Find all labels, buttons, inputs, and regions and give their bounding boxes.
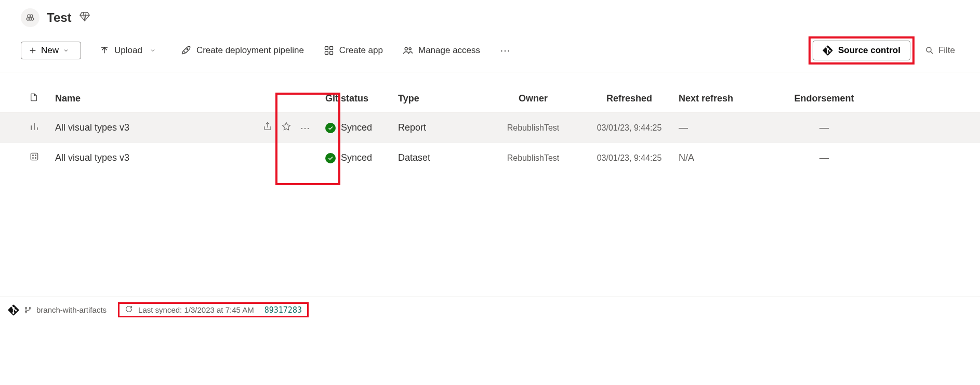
source-control-label: Source control bbox=[838, 45, 900, 56]
table-row[interactable]: All visual types v3 ⋯ Synced Report Rebu… bbox=[0, 113, 980, 143]
branch-icon bbox=[24, 306, 32, 314]
svg-point-20 bbox=[25, 311, 27, 313]
svg-point-18 bbox=[25, 307, 27, 309]
rocket-icon bbox=[181, 45, 191, 56]
header-name[interactable]: Name bbox=[55, 93, 263, 104]
status-git-icon bbox=[3, 304, 24, 316]
sync-icon[interactable] bbox=[125, 305, 133, 315]
workspace-title: Test bbox=[47, 10, 72, 25]
header-owner[interactable]: Owner bbox=[486, 93, 580, 104]
workspace-icon bbox=[21, 8, 39, 27]
header-git-status[interactable]: Git status bbox=[325, 93, 398, 104]
git-status-text: Synced bbox=[341, 152, 372, 163]
app-grid-icon bbox=[324, 45, 334, 56]
file-icon bbox=[29, 92, 38, 102]
share-icon[interactable] bbox=[263, 122, 272, 134]
endorsement-cell: — bbox=[783, 122, 866, 133]
git-status-text: Synced bbox=[341, 122, 372, 133]
svg-point-14 bbox=[33, 155, 34, 156]
create-deployment-pipeline-button[interactable]: Create deployment pipeline bbox=[181, 45, 304, 56]
manage-access-label: Manage access bbox=[418, 45, 480, 56]
star-icon[interactable] bbox=[282, 122, 291, 134]
people-icon bbox=[403, 45, 413, 56]
owner-cell: RebublishTest bbox=[486, 153, 580, 163]
upload-label: Upload bbox=[114, 45, 142, 56]
dataset-icon bbox=[29, 151, 55, 164]
svg-point-19 bbox=[29, 307, 31, 309]
item-name: All visual types v3 bbox=[55, 152, 263, 163]
more-options-button[interactable]: ⋯ bbox=[500, 44, 511, 57]
report-icon bbox=[29, 121, 55, 134]
svg-rect-7 bbox=[330, 47, 333, 50]
svg-rect-13 bbox=[31, 153, 37, 160]
table-header-row: Name Git status Type Owner Refreshed Nex… bbox=[0, 92, 980, 113]
header-endorsement[interactable]: Endorsement bbox=[783, 93, 866, 104]
svg-rect-8 bbox=[325, 52, 328, 55]
chevron-down-icon bbox=[63, 47, 69, 54]
item-name: All visual types v3 bbox=[55, 122, 263, 133]
git-status-cell: Synced bbox=[325, 122, 398, 133]
upload-button[interactable]: Upload bbox=[100, 45, 161, 56]
svg-point-17 bbox=[35, 158, 36, 159]
highlight-box-last-synced: Last synced: 1/3/2023 at 7:45 AM 8931728… bbox=[118, 302, 309, 317]
last-synced-text: Last synced: 1/3/2023 at 7:45 AM bbox=[138, 305, 254, 314]
toolbar: New Upload Create deployment pipeline Cr… bbox=[0, 31, 980, 72]
search-icon bbox=[925, 46, 934, 55]
header-icon-col bbox=[29, 92, 55, 105]
next-refresh-cell: N/A bbox=[679, 152, 783, 163]
git-icon bbox=[823, 45, 833, 56]
header-type[interactable]: Type bbox=[398, 93, 486, 104]
svg-point-12 bbox=[926, 47, 931, 52]
new-button-label: New bbox=[41, 45, 59, 56]
row-more-icon[interactable]: ⋯ bbox=[300, 122, 311, 134]
content-table: Name Git status Type Owner Refreshed Nex… bbox=[0, 72, 980, 173]
type-cell: Dataset bbox=[398, 152, 486, 163]
header-next-refresh[interactable]: Next refresh bbox=[679, 93, 783, 104]
next-refresh-cell: — bbox=[679, 122, 783, 133]
svg-point-15 bbox=[35, 155, 36, 156]
branch-indicator[interactable]: branch-with-artifacts bbox=[24, 305, 107, 314]
svg-point-10 bbox=[405, 47, 407, 50]
svg-point-0 bbox=[28, 15, 30, 17]
svg-point-1 bbox=[30, 15, 33, 17]
refreshed-cell: 03/01/23, 9:44:25 bbox=[580, 123, 679, 133]
commit-hash-link[interactable]: 89317283 bbox=[264, 305, 302, 315]
endorsement-cell: — bbox=[783, 152, 866, 163]
svg-point-5 bbox=[187, 49, 188, 50]
create-app-button[interactable]: Create app bbox=[324, 45, 383, 56]
header-refreshed[interactable]: Refreshed bbox=[580, 93, 679, 104]
source-control-button[interactable]: Source control bbox=[813, 41, 910, 60]
filter-input[interactable]: Filte bbox=[921, 41, 959, 60]
synced-check-icon bbox=[325, 123, 336, 133]
owner-cell: RebublishTest bbox=[486, 123, 580, 133]
chevron-down-icon bbox=[150, 47, 156, 54]
git-status-cell: Synced bbox=[325, 152, 398, 163]
new-button[interactable]: New bbox=[21, 42, 81, 59]
premium-diamond-icon bbox=[79, 11, 90, 24]
manage-access-button[interactable]: Manage access bbox=[403, 45, 480, 56]
refreshed-cell: 03/01/23, 9:44:25 bbox=[580, 153, 679, 163]
status-bar: branch-with-artifacts Last synced: 1/3/2… bbox=[0, 297, 980, 323]
branch-name: branch-with-artifacts bbox=[36, 305, 107, 314]
table-row[interactable]: All visual types v3 Synced Dataset Rebub… bbox=[0, 143, 980, 173]
create-pipeline-label: Create deployment pipeline bbox=[196, 45, 304, 56]
type-cell: Report bbox=[398, 122, 486, 133]
svg-point-16 bbox=[33, 158, 34, 159]
filter-placeholder: Filte bbox=[938, 45, 955, 56]
svg-rect-9 bbox=[330, 52, 333, 55]
svg-rect-6 bbox=[325, 47, 328, 50]
workspace-header: Test bbox=[0, 0, 980, 31]
svg-point-11 bbox=[409, 48, 411, 50]
synced-check-icon bbox=[325, 153, 336, 163]
highlight-box-source-control: Source control bbox=[809, 36, 915, 65]
create-app-label: Create app bbox=[339, 45, 383, 56]
upload-icon bbox=[100, 46, 109, 55]
